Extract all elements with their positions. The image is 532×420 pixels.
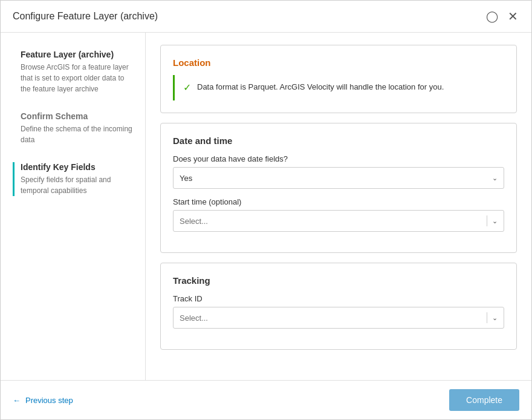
date-field-label: Does your data have date fields? <box>173 154 504 163</box>
dialog-title: Configure Feature Layer (archive) <box>13 11 158 22</box>
location-section: Location ✓ Data format is Parquet. ArcGI… <box>160 45 517 113</box>
track-id-placeholder: Select... <box>180 313 208 323</box>
sidebar-step-confirm-schema: Confirm Schema Define the schema of the … <box>13 111 133 145</box>
start-time-select[interactable]: Select... ⌄ <box>173 210 504 232</box>
track-id-label: Track ID <box>173 294 504 303</box>
check-icon: ✓ <box>183 81 191 94</box>
dialog-body: Feature Layer (archive) Browse ArcGIS fo… <box>1 33 531 380</box>
prev-step-label: Previous step <box>25 396 73 405</box>
location-info-text: Data format is Parquet. ArcGIS Velocity … <box>197 81 444 93</box>
tracking-section: Tracking Track ID Select... ⌄ <box>160 263 517 350</box>
track-id-select-wrapper: Select... ⌄ <box>173 307 504 329</box>
track-id-select[interactable]: Select... ⌄ <box>173 307 504 329</box>
date-field-select[interactable]: Yes ⌄ <box>173 167 504 189</box>
complete-button[interactable]: Complete <box>449 389 519 411</box>
help-button[interactable]: ◯ <box>485 10 499 23</box>
step-feature-layer-title: Feature Layer (archive) <box>21 50 133 59</box>
date-field-value: Yes <box>180 174 192 183</box>
step-identify-key-fields-title: Identify Key Fields <box>21 162 133 172</box>
start-time-chevron-icon: ⌄ <box>492 217 498 225</box>
previous-step-button[interactable]: ← Previous step <box>13 396 73 405</box>
step-feature-layer-desc: Browse ArcGIS for a feature layer that i… <box>21 62 133 94</box>
header-actions: ◯ ✕ <box>485 9 519 24</box>
configure-dialog: Configure Feature Layer (archive) ◯ ✕ Fe… <box>0 0 532 420</box>
start-time-select-wrapper: Select... ⌄ <box>173 210 504 232</box>
start-time-divider <box>487 215 487 226</box>
tracking-title: Tracking <box>173 275 504 286</box>
location-info-box: ✓ Data format is Parquet. ArcGIS Velocit… <box>173 75 504 100</box>
date-field-chevron-icon: ⌄ <box>492 174 498 182</box>
date-time-title: Date and time <box>173 136 504 146</box>
track-id-chevron-icon: ⌄ <box>492 314 498 322</box>
sidebar-step-identify-key-fields: Identify Key Fields Specify fields for s… <box>13 162 133 196</box>
sidebar-step-feature-layer: Feature Layer (archive) Browse ArcGIS fo… <box>13 50 133 94</box>
close-icon: ✕ <box>508 10 518 23</box>
main-content: Location ✓ Data format is Parquet. ArcGI… <box>146 33 531 380</box>
complete-label: Complete <box>466 395 502 405</box>
dialog-header: Configure Feature Layer (archive) ◯ ✕ <box>1 1 531 33</box>
prev-arrow-icon: ← <box>13 396 21 405</box>
step-confirm-schema-desc: Define the schema of the incoming data <box>21 123 133 145</box>
close-button[interactable]: ✕ <box>507 9 519 24</box>
location-title: Location <box>173 57 504 68</box>
help-icon: ◯ <box>486 10 498 22</box>
date-field-select-wrapper: Yes ⌄ <box>173 167 504 189</box>
sidebar: Feature Layer (archive) Browse ArcGIS fo… <box>1 33 146 380</box>
date-time-section: Date and time Does your data have date f… <box>160 123 517 253</box>
track-id-divider <box>487 312 487 323</box>
step-confirm-schema-title: Confirm Schema <box>21 111 133 121</box>
start-time-placeholder: Select... <box>180 217 208 226</box>
dialog-footer: ← Previous step Complete <box>1 380 531 419</box>
start-time-label: Start time (optional) <box>173 197 504 206</box>
step-identify-key-fields-desc: Specify fields for spatial and temporal … <box>21 174 133 196</box>
